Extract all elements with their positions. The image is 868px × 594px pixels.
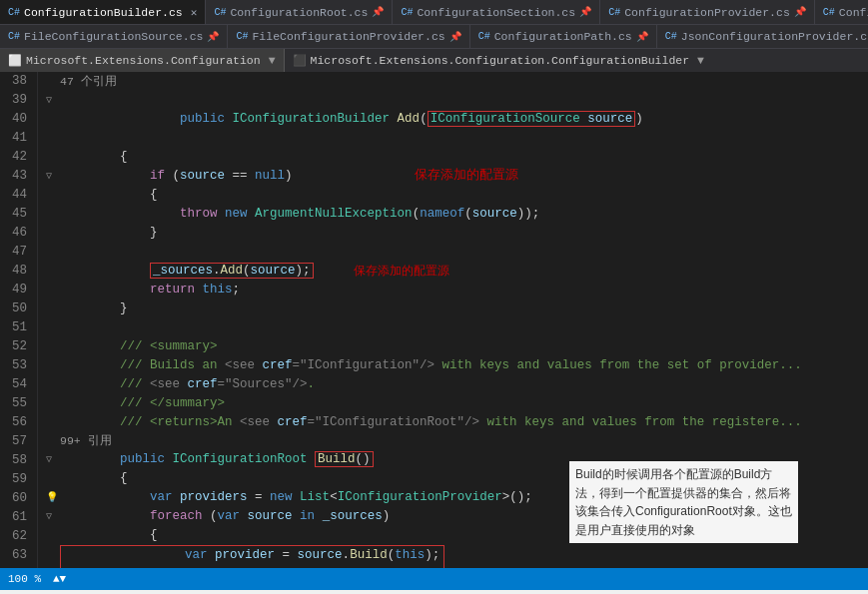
cs-file-icon3: C# xyxy=(401,7,413,18)
fold-icon-40[interactable]: ▽ xyxy=(46,167,60,186)
fold-icon-54[interactable]: ▽ xyxy=(46,450,60,469)
tab-configurationprovider[interactable]: C# ConfigurationProvider.cs 📌 xyxy=(600,0,815,24)
code-line-49: /// <summary> xyxy=(46,337,868,356)
code-line-48 xyxy=(46,318,868,337)
breadcrumb-right-dropdown-icon[interactable]: ▼ xyxy=(697,54,704,67)
tab-label: ConfigurationSection.cs xyxy=(417,6,575,19)
cs-file-icon6: C# xyxy=(8,31,20,42)
fold-icon-53 xyxy=(46,413,60,432)
tab-label: ConfigurationProvider.cs xyxy=(624,6,790,19)
fold-icon-51 xyxy=(46,375,60,394)
tab-configurationreload[interactable]: C# ConfigurationReload... 📌 xyxy=(815,0,868,24)
zoom-level[interactable]: 100 % xyxy=(8,573,41,585)
tab-configpath[interactable]: C# ConfigurationPath.cs 📌 xyxy=(470,25,657,48)
cs-file-icon8: C# xyxy=(478,31,490,42)
code-line-51: /// <see cref="Sources"/>. xyxy=(46,375,868,394)
breadcrumb-dropdown-icon[interactable]: ▼ xyxy=(269,54,276,67)
tab-label: ConfigurationPath.cs xyxy=(494,30,632,43)
code-line-42: throw new ArgumentNullException(nameof(s… xyxy=(46,205,868,224)
pin-icon7: 📌 xyxy=(636,31,648,43)
code-line-59: var provider = source.Build(this); provi… xyxy=(46,545,868,568)
tab-configurationsection[interactable]: C# ConfigurationSection.cs 📌 xyxy=(393,0,600,24)
fold-icon-44 xyxy=(46,243,60,262)
breadcrumb-left-text: Microsoft.Extensions.Configuration xyxy=(26,54,261,67)
code-line-38: ▽ public IConfigurationBuilder Add(IConf… xyxy=(46,91,868,148)
tab-label: FileConfigurationSource.cs xyxy=(24,30,203,43)
fold-icon-46 xyxy=(46,281,60,299)
code-line-43: } xyxy=(46,224,868,243)
cs-file-icon5: C# xyxy=(823,7,835,18)
code-line-47: } xyxy=(46,299,868,318)
fold-icon-48 xyxy=(46,318,60,337)
tab-label: JsonConfigurationProvider.cs xyxy=(681,30,868,43)
fold-icon-58 xyxy=(46,526,60,545)
breadcrumb-bar: ⬜ Microsoft.Extensions.Configuration ▼ ⬛… xyxy=(0,48,868,72)
namespace-icon: ⬜ xyxy=(8,54,22,67)
tab-fileconfigsource[interactable]: C# FileConfigurationSource.cs 📌 xyxy=(0,25,228,48)
pin-icon6: 📌 xyxy=(449,31,461,43)
refs-line-54: 99+ 引用 xyxy=(46,432,868,450)
code-line-41: { xyxy=(46,186,868,205)
annotation-build-line2: 法，得到一个配置提供器的集合，然后将 xyxy=(575,486,791,500)
code-line-53: /// <returns>An <see cref="IConfiguratio… xyxy=(46,413,868,432)
fold-icon-47 xyxy=(46,299,60,318)
pin-icon2: 📌 xyxy=(579,6,591,18)
pin-icon3: 📌 xyxy=(794,6,806,18)
annotation-sources-add-text: 保存添加的配置源 xyxy=(415,167,518,184)
code-line-50: /// Builds an <see cref="IConfiguration"… xyxy=(46,356,868,375)
fold-icon-59 xyxy=(46,545,60,564)
status-bar: 100 % ▲▼ xyxy=(0,568,868,590)
tab-bar-row2: C# FileConfigurationSource.cs 📌 C# FileC… xyxy=(0,24,868,48)
tab-jsonconfigprovider[interactable]: C# JsonConfigurationProvider.cs 📌 xyxy=(657,25,868,48)
editor-area: 38 39 40 41 42 43 44 45 46 47 48 49 50 5… xyxy=(0,72,868,568)
fold-icon-52 xyxy=(46,394,60,413)
tab-label: ConfigurationBuilder.cs xyxy=(24,6,183,19)
tab-label: FileConfigurationProvider.cs xyxy=(252,30,444,43)
code-line-39: { xyxy=(46,148,868,167)
code-line-46: return this; xyxy=(46,281,868,299)
class-icon: ⬛ xyxy=(293,54,307,67)
fold-icon-43 xyxy=(46,224,60,243)
line-numbers-gutter: 38 39 40 41 42 43 44 45 46 47 48 49 50 5… xyxy=(0,72,38,568)
tab-close-icon[interactable]: ✕ xyxy=(191,6,198,19)
fold-icon-38[interactable]: ▽ xyxy=(46,91,60,110)
annotation-build-line3: 该集合传入ConfigurationRoot对象。这也 xyxy=(575,504,792,518)
fold-icon-55 xyxy=(46,469,60,488)
fold-icon-50 xyxy=(46,356,60,375)
cs-file-icon9: C# xyxy=(665,31,677,42)
fold-icon-45 xyxy=(46,262,60,281)
fold-icon-49 xyxy=(46,337,60,356)
code-line-52: /// </summary> xyxy=(46,394,868,413)
tab-label: ConfigurationRoot.cs xyxy=(230,6,368,19)
fold-icon-41 xyxy=(46,186,60,205)
breadcrumb-namespace[interactable]: ⬜ Microsoft.Extensions.Configuration ▼ xyxy=(0,49,285,72)
cs-file-icon7: C# xyxy=(236,31,248,42)
annotation-build-line1: Build的时候调用各个配置源的Build方 xyxy=(575,467,772,481)
code-line-45: _sources.Add(source); 保存添加的配置源 xyxy=(46,262,868,281)
tab-configurationroot[interactable]: C# ConfigurationRoot.cs 📌 xyxy=(206,0,393,24)
cs-file-icon2: C# xyxy=(214,7,226,18)
annotation-build-line4: 是用户直接使用的对象 xyxy=(575,523,695,537)
fold-icon-39 xyxy=(46,148,60,167)
bulb-icon-56[interactable]: 💡 xyxy=(46,488,60,507)
cs-file-icon: C# xyxy=(8,7,20,18)
tab-configurationbuilder[interactable]: C# ConfigurationBuilder.cs ✕ xyxy=(0,0,206,24)
refs-line-38: 47 个引用 xyxy=(46,72,868,91)
fold-icon-42 xyxy=(46,205,60,224)
tab-bar-row1: C# ConfigurationBuilder.cs ✕ C# Configur… xyxy=(0,0,868,24)
cs-file-icon4: C# xyxy=(608,7,620,18)
tab-label: ConfigurationReload... xyxy=(839,6,868,19)
code-line-44 xyxy=(46,243,868,262)
annotation-sources-add: 保存添加的配置源 xyxy=(354,262,449,281)
pin-icon5: 📌 xyxy=(207,31,219,43)
status-scroll: ▲▼ xyxy=(53,573,66,585)
fold-icon-57[interactable]: ▽ xyxy=(46,507,60,526)
annotation-build-description: Build的时候调用各个配置源的Build方 法，得到一个配置提供器的集合，然后… xyxy=(569,461,798,543)
breadcrumb-class[interactable]: ⬛ Microsoft.Extensions.Configuration.Con… xyxy=(285,49,868,72)
pin-icon: 📌 xyxy=(372,6,384,18)
breadcrumb-right-text: Microsoft.Extensions.Configuration.Confi… xyxy=(311,54,690,67)
tab-fileconfigprovider[interactable]: C# FileConfigurationProvider.cs 📌 xyxy=(228,25,469,48)
